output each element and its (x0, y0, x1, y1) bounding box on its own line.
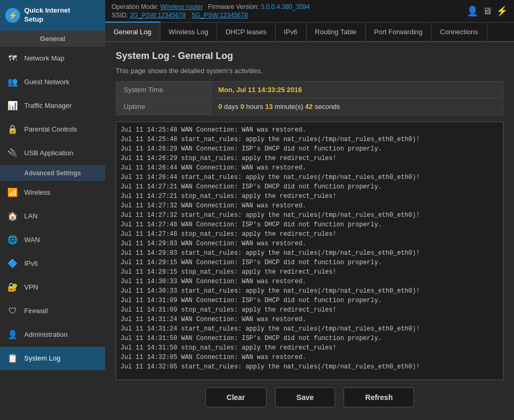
wireless-icon: 📶 (6, 186, 19, 199)
log-line: Jul 11 14:31:24 WAN Connection: WAN was … (120, 315, 499, 324)
log-line: Jul 11 14:31:50 stop_nat_rules: apply th… (120, 343, 499, 353)
connection-icon[interactable]: ⚡ (496, 5, 508, 17)
log-line: Jul 11 14:27:32 WAN Connection: WAN was … (120, 201, 499, 211)
sidebar-item-wireless[interactable]: 📶 Wireless (0, 181, 105, 205)
firmware-value: 3.0.0.4.380_3594 (260, 3, 309, 11)
system-log-icon: 📋 (6, 352, 19, 365)
log-line: Jul 11 14:25:48 start_nat_rules: apply t… (120, 135, 499, 144)
log-line: Jul 11 14:27:48 stop_nat_rules: apply th… (120, 229, 499, 239)
operation-mode-value[interactable]: Wireless router (160, 3, 203, 11)
administration-icon: 👤 (6, 328, 19, 341)
general-section-header: General (0, 31, 105, 47)
sidebar-item-label: VPN (24, 283, 38, 291)
clear-button[interactable]: Clear (205, 387, 267, 407)
refresh-button[interactable]: Refresh (344, 387, 414, 407)
tab-general-log[interactable]: General Log (105, 22, 160, 41)
uptime-days: 0 (218, 103, 222, 111)
sidebar-item-label: Network Map (24, 54, 65, 62)
log-wrapper: Jul 11 14:25:48 WAN Connection: WAN was … (116, 122, 503, 380)
log-line: Jul 11 14:29:03 WAN Connection: WAN was … (120, 239, 499, 248)
sidebar-item-label: USB Application (24, 149, 73, 157)
sidebar-item-wan[interactable]: 🌐 WAN (0, 228, 105, 252)
sidebar-item-firewall[interactable]: 🛡 Firewall (0, 299, 105, 323)
log-line: Jul 11 14:26:44 WAN Connection: WAN was … (120, 163, 499, 173)
sidebar-item-usb-application[interactable]: 🔌 USB Application (0, 142, 105, 165)
tab-bar: General Log Wireless Log DHCP leases IPv… (105, 23, 514, 42)
uptime-row: Uptime 0 days 0 hours 13 minute(s) 42 se… (116, 98, 503, 115)
ssid-label: SSID: (112, 12, 128, 19)
traffic-manager-icon: 📊 (6, 99, 19, 112)
tab-wireless-log[interactable]: Wireless Log (160, 23, 217, 41)
sidebar: ⚡ Quick Internet Setup General 🗺 Network… (0, 0, 105, 420)
system-info-table: System Time Mon, Jul 11 14:33:25 2016 Up… (116, 81, 503, 115)
sidebar-header[interactable]: ⚡ Quick Internet Setup (0, 0, 105, 31)
sidebar-item-label: Administration (24, 331, 67, 338)
log-line: Jul 11 14:26:29 stop_nat_rules: apply th… (120, 154, 499, 163)
log-line: Jul 11 14:31:50 WAN Connection: ISP's DH… (120, 334, 499, 343)
sidebar-item-ipv6[interactable]: 🔷 IPv6 (0, 252, 105, 276)
operation-mode-row: Operation Mode: Wireless router Firmware… (112, 3, 310, 11)
uptime-hours: 0 (240, 103, 244, 111)
sidebar-item-administration[interactable]: 👤 Administration (0, 323, 105, 347)
system-time-label: System Time (116, 82, 211, 98)
sidebar-item-guest-network[interactable]: 👥 Guest Network (0, 71, 105, 94)
tab-port-forwarding[interactable]: Port Forwarding (366, 23, 431, 41)
firewall-icon: 🛡 (6, 305, 19, 317)
log-line: Jul 11 14:29:15 WAN Connection: ISP's DH… (120, 258, 499, 267)
sidebar-item-lan[interactable]: 🏠 LAN (0, 205, 105, 228)
sidebar-item-system-log[interactable]: 📋 System Log (0, 347, 105, 371)
log-line: Jul 11 14:27:21 stop_nat_rules: apply th… (120, 192, 499, 201)
parental-controls-icon: 🔒 (6, 123, 19, 136)
uptime-minutes: 13 (265, 103, 273, 111)
guest-network-icon: 👥 (6, 76, 19, 88)
firmware-label: Firmware Version: (208, 3, 259, 11)
advanced-section-header: Advanced Settings (0, 165, 105, 181)
log-line: Jul 11 14:31:09 stop_nat_rules: apply th… (120, 305, 499, 315)
sidebar-item-vpn[interactable]: 🔐 VPN (0, 276, 105, 299)
sidebar-item-label: Firewall (24, 307, 48, 315)
ssid-5g[interactable]: 5G_PSW:12345678 (192, 12, 248, 19)
system-time-row: System Time Mon, Jul 11 14:33:25 2016 (116, 82, 503, 98)
network-map-icon: 🗺 (6, 52, 19, 65)
log-content[interactable]: Jul 11 14:25:48 WAN Connection: WAN was … (116, 122, 503, 379)
tab-ipv6[interactable]: IPv6 (276, 23, 307, 41)
vpn-icon: 🔐 (6, 281, 19, 294)
topbar-info: Operation Mode: Wireless router Firmware… (112, 3, 310, 19)
button-bar: Clear Save Refresh (116, 380, 503, 412)
sidebar-item-label: LAN (24, 212, 37, 220)
sidebar-item-label: IPv6 (24, 259, 38, 267)
topbar: Operation Mode: Wireless router Firmware… (105, 0, 514, 23)
tab-routing-table[interactable]: Routing Table (307, 23, 366, 41)
sidebar-item-label: Wireless (24, 188, 51, 196)
log-line: Jul 11 14:27:48 WAN Connection: ISP's DH… (120, 220, 499, 229)
log-line: Jul 11 14:30:33 start_nat_rules: apply t… (120, 286, 499, 296)
log-line: Jul 11 14:26:44 start_nat_rules: apply t… (120, 173, 499, 182)
sidebar-item-label: WAN (24, 236, 40, 244)
log-line: Jul 11 14:26:29 WAN Connection: ISP's DH… (120, 144, 499, 154)
tab-connections[interactable]: Connections (431, 23, 487, 41)
save-button[interactable]: Save (275, 387, 336, 407)
monitor-icon[interactable]: 🖥 (482, 6, 492, 17)
wan-icon: 🌐 (6, 234, 19, 246)
system-time-value: Mon, Jul 11 14:33:25 2016 (211, 82, 503, 98)
log-line: Jul 11 14:30:33 WAN Connection: WAN was … (120, 277, 499, 286)
user-icon[interactable]: 👤 (467, 5, 478, 17)
sidebar-item-label: Guest Network (24, 78, 69, 86)
ipv6-icon: 🔷 (6, 257, 19, 270)
tab-dhcp-leases[interactable]: DHCP leases (217, 23, 276, 41)
sidebar-header-title: Quick Internet Setup (24, 6, 70, 24)
sidebar-item-parental-controls[interactable]: 🔒 Parental Controls (0, 118, 105, 142)
log-line: Jul 11 14:29:03 start_nat_rules: apply t… (120, 248, 499, 258)
sidebar-item-label: Traffic Manager (24, 102, 72, 109)
sidebar-item-network-map[interactable]: 🗺 Network Map (0, 47, 105, 71)
ssid-2g[interactable]: 2G_PSW:12345678 (130, 12, 186, 19)
sidebar-item-label: Parental Controls (24, 125, 77, 133)
log-line: Jul 11 14:31:09 WAN Connection: ISP's DH… (120, 296, 499, 305)
page-content: System Log - General Log This page shows… (105, 42, 514, 420)
uptime-value: 0 days 0 hours 13 minute(s) 42 seconds (211, 98, 503, 115)
log-line: Jul 11 14:25:48 WAN Connection: WAN was … (120, 125, 499, 135)
sidebar-item-traffic-manager[interactable]: 📊 Traffic Manager (0, 94, 105, 118)
system-time-value-text: Mon, Jul 11 14:33:25 2016 (218, 86, 302, 94)
uptime-label: Uptime (116, 98, 211, 115)
usb-application-icon: 🔌 (6, 147, 19, 159)
